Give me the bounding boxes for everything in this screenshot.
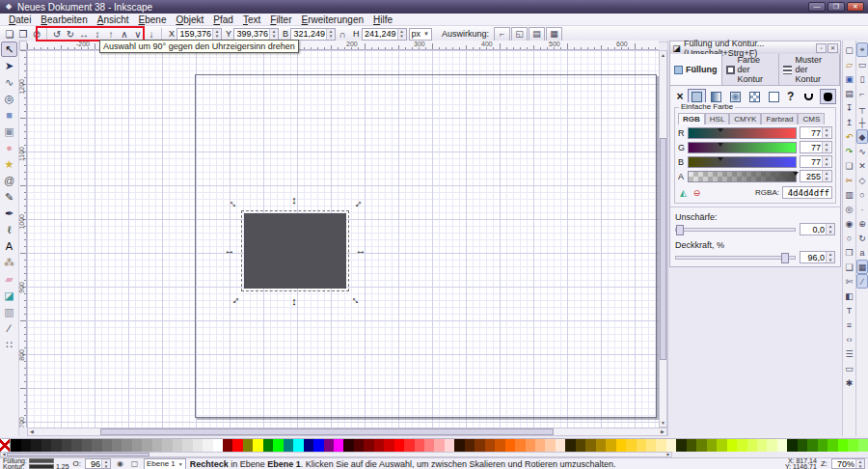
export-icon[interactable]: ↥ [844, 115, 855, 129]
snap-bbox-corners-icon[interactable]: ⌐ [856, 86, 868, 100]
rotate-cw-icon[interactable]: ↻ [64, 27, 77, 41]
select-all-icon[interactable]: ❏ [3, 27, 16, 41]
palette-swatch[interactable] [576, 439, 585, 452]
out-of-gamut-icon[interactable]: ⊖ [692, 187, 702, 198]
palette-swatch[interactable] [798, 439, 807, 452]
palette-swatch[interactable] [666, 439, 676, 452]
tab-stroke-style[interactable]: Muster der Kontur [779, 54, 840, 85]
vertical-scrollbar[interactable]: ▲ ▼ [659, 50, 667, 428]
palette-swatch[interactable] [343, 439, 353, 452]
slider-input-g[interactable] [800, 142, 822, 152]
palette-swatch[interactable] [193, 439, 203, 452]
handle-s[interactable]: ↕ [288, 295, 300, 307]
x-spinner[interactable]: ▴▾ [212, 29, 221, 40]
palette-swatch[interactable] [354, 439, 364, 452]
slider-spinner[interactable]: ▴▾ [822, 142, 830, 152]
palette-swatch[interactable] [556, 439, 565, 452]
palette-swatch[interactable] [203, 439, 212, 452]
scroll-down-icon[interactable]: ▼ [660, 419, 666, 427]
snap-paths-icon[interactable]: ∿ [856, 144, 868, 158]
menu-ebene[interactable]: Ebene [134, 14, 172, 25]
width-input[interactable] [291, 29, 326, 40]
snap-grid-icon[interactable]: ▦ [856, 260, 868, 274]
color-tab-hsl[interactable]: HSL [705, 113, 730, 124]
snap-text-baseline-icon[interactable]: a [856, 245, 868, 260]
palette-swatch[interactable] [82, 439, 92, 452]
save-icon[interactable]: ▣ [844, 71, 855, 86]
height-spinner[interactable]: ▴▾ [397, 29, 406, 40]
palette-swatch[interactable] [475, 439, 484, 452]
redo-icon[interactable]: ↷ [844, 144, 855, 158]
maximize-button[interactable]: ❐ [827, 2, 845, 12]
palette-swatch[interactable] [454, 439, 464, 452]
palette-swatch[interactable] [585, 439, 595, 452]
close-button[interactable]: ✕ [847, 2, 864, 12]
slider-r[interactable] [688, 127, 797, 139]
selected-rectangle[interactable] [244, 213, 346, 289]
palette-swatch[interactable] [404, 439, 414, 452]
palette-swatch[interactable] [284, 439, 293, 452]
snap-rotation-center-icon[interactable]: ↻ [856, 231, 868, 245]
handle-e[interactable]: ↔ [355, 244, 366, 256]
palette-swatch[interactable] [102, 439, 112, 452]
cut-icon[interactable]: ✂ [844, 173, 855, 187]
palette-swatch[interactable] [827, 439, 837, 452]
palette-swatch[interactable] [364, 439, 373, 452]
opacity-input[interactable] [800, 252, 826, 262]
dropper-tool[interactable]: ∕ [1, 320, 17, 336]
panel-close-button[interactable]: ✕ [827, 43, 838, 53]
handle-n[interactable]: ↕ [288, 194, 300, 206]
eraser-tool[interactable]: ▰ [1, 271, 17, 287]
flip-vertical-icon[interactable]: ↕ [91, 27, 104, 41]
paste-icon[interactable]: ▥ [844, 187, 855, 202]
palette-swatch[interactable] [565, 439, 575, 452]
y-input[interactable] [234, 29, 269, 40]
palette-swatch[interactable] [152, 439, 162, 452]
palette-swatch[interactable] [656, 439, 665, 452]
layer-lock-icon[interactable]: ▢ [129, 458, 140, 469]
palette-swatch[interactable] [646, 439, 656, 452]
menu-ansicht[interactable]: Ansicht [93, 14, 134, 25]
palette-swatch[interactable] [807, 439, 817, 452]
spiral-tool[interactable]: @ [1, 173, 17, 188]
gradient-tool[interactable]: ▥ [1, 304, 17, 319]
ruler-v[interactable]: 120011001000900800700 [19, 50, 27, 428]
snap-intersections-icon[interactable]: ✕ [856, 158, 868, 173]
opacity-statusbar-input[interactable] [86, 459, 101, 468]
scale-corners-toggle[interactable]: ◱ [511, 27, 528, 41]
minimize-button[interactable]: — [808, 2, 826, 12]
color-tab-cmyk[interactable]: CMYK [729, 113, 761, 124]
palette-swatch[interactable] [858, 439, 868, 452]
palette-swatch[interactable] [122, 439, 131, 452]
palette-swatch[interactable] [848, 439, 857, 452]
palette-swatch[interactable] [696, 439, 706, 452]
import-icon[interactable]: ↧ [844, 100, 855, 115]
rotate-ccw-icon[interactable]: ↺ [50, 27, 64, 41]
slider-a[interactable] [688, 171, 797, 182]
palette-swatch[interactable] [707, 439, 717, 452]
palette-swatch[interactable] [637, 439, 646, 452]
palette-swatch[interactable] [818, 439, 827, 452]
palette-swatch[interactable] [223, 439, 232, 452]
horizontal-scroll-thumb[interactable] [100, 428, 554, 435]
menu-pfad[interactable]: Pfad [208, 14, 238, 25]
snap-bbox-icon[interactable]: ▭ [856, 57, 868, 71]
tab-stroke-paint[interactable]: Farbe der Kontur [722, 54, 780, 85]
scroll-left-icon[interactable]: ◀ [28, 428, 36, 435]
menu-datei[interactable]: Datei [4, 14, 36, 25]
palette-swatch[interactable] [495, 439, 504, 452]
menu-text[interactable]: Text [238, 14, 265, 25]
palette-swatch[interactable] [142, 439, 151, 452]
undo-icon[interactable]: ↶ [844, 129, 855, 144]
palette-swatch[interactable] [767, 439, 776, 452]
move-patterns-toggle[interactable]: ▦ [546, 27, 562, 41]
opacity-spinner[interactable]: ▴▾ [826, 252, 834, 262]
align-dialog-icon[interactable]: ≡ [844, 317, 855, 332]
layer-visibility-eye-icon[interactable]: ◉ [115, 458, 125, 469]
palette-swatch[interactable] [41, 439, 51, 452]
palette-swatch[interactable] [62, 439, 71, 452]
swatch-button[interactable] [765, 89, 783, 104]
rgba-input[interactable] [782, 186, 832, 199]
deselect-icon[interactable]: ⊘ [30, 27, 43, 41]
palette-swatch[interactable] [71, 439, 81, 452]
